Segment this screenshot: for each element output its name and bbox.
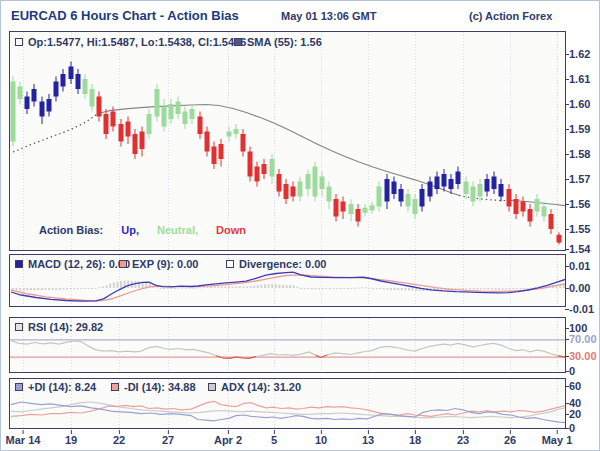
chart-page: EURCAD 6 Hours Chart - Action Bias May 0… <box>0 0 600 451</box>
candle-body <box>507 189 512 207</box>
candle-body <box>162 107 167 127</box>
sma-legend: SMA (55): 1.56 <box>234 36 322 48</box>
candle-body <box>464 182 469 195</box>
price-axis-label: 1.55 <box>569 224 590 235</box>
macd-legend-label: MACD (12, 26): 0.00 <box>28 258 130 270</box>
candle-body <box>356 209 361 222</box>
candle-body <box>557 235 562 243</box>
candle-body <box>140 132 145 150</box>
candle-body <box>25 97 30 110</box>
action-bias-up: Up, <box>121 224 139 236</box>
plus-di-line <box>11 402 566 423</box>
macd-axis-label: 0.00 <box>569 283 590 294</box>
date-axis-label: 13 <box>362 435 374 446</box>
candle-body <box>514 199 519 214</box>
rsi-axis-label: 0 <box>569 366 575 377</box>
date-axis-label: 26 <box>504 435 516 446</box>
action-bias-down: Down <box>216 224 246 236</box>
candle-body <box>370 205 375 210</box>
candle-body <box>47 99 52 112</box>
macd-line <box>11 272 566 301</box>
candle-body <box>442 174 447 187</box>
main-chart-svg <box>9 31 566 251</box>
date-axis-label: May 1 <box>542 435 573 446</box>
candle-body <box>320 177 325 190</box>
rsi-legend-label: RSI (14): 29.82 <box>28 321 103 333</box>
candle-body <box>313 167 318 197</box>
adx-legend-swatch <box>208 383 216 391</box>
plus-di-legend: +DI (14): 8.24 <box>15 381 96 393</box>
candle-body <box>549 214 554 229</box>
adx-legend: ADX (14): 31.20 <box>208 381 301 393</box>
page-title: EURCAD 6 Hours Chart - Action Bias <box>11 8 239 23</box>
candle-body <box>413 199 418 214</box>
candle-body <box>126 122 131 137</box>
candle-body <box>535 199 540 212</box>
candle-body <box>306 174 311 189</box>
ohlc-legend-swatch <box>15 38 23 46</box>
exp-legend-swatch <box>119 260 127 268</box>
candle-body <box>456 172 461 185</box>
candle-body <box>406 194 411 207</box>
exp-legend: EXP (9): 0.00 <box>119 258 198 270</box>
candle-body <box>219 144 224 159</box>
action-bias-label: Action Bias: <box>39 224 103 236</box>
rsi-axis-label-overbought: 70.00 <box>569 334 597 345</box>
minus-di-legend-swatch <box>111 383 119 391</box>
price-axis-label: 1.58 <box>569 149 590 160</box>
candle-body <box>234 129 239 134</box>
candle-body <box>492 177 497 190</box>
candle-body <box>542 207 547 217</box>
divergence-legend-label: Divergence: 0.00 <box>239 258 326 270</box>
candle-body <box>363 208 368 213</box>
macd-legend-swatch <box>15 260 23 268</box>
candle-body <box>327 187 332 202</box>
action-bias-row: Action Bias: Up, Neutral, Down <box>39 224 261 236</box>
divergence-histogram <box>12 281 565 292</box>
candle-body <box>385 179 390 202</box>
candle-body <box>291 187 296 197</box>
minus-di-legend: -DI (14): 34.88 <box>111 381 196 393</box>
candle-body <box>248 152 253 177</box>
ohlc-legend-label: Op:1.5477, Hi:1.5487, Lo:1.5438, Cl:1.54… <box>28 36 246 48</box>
candle-body <box>40 102 45 117</box>
candle-body <box>478 184 483 197</box>
rsi-legend: RSI (14): 29.82 <box>15 321 103 333</box>
macd-axis-label: 0.01 <box>569 261 590 272</box>
candle-body <box>334 199 339 217</box>
candle-body <box>499 184 504 197</box>
price-axis-label: 1.56 <box>569 199 590 210</box>
candle-body <box>176 102 181 115</box>
price-axis-label: 1.62 <box>569 49 590 60</box>
vertical-gridlines <box>24 318 558 372</box>
candle-body <box>528 209 533 222</box>
candle-body <box>341 202 346 212</box>
plus-di-legend-label: +DI (14): 8.24 <box>28 381 96 393</box>
candle-body <box>435 177 440 190</box>
price-axis-label: 1.57 <box>569 174 590 185</box>
date-axis-label: 19 <box>65 435 77 446</box>
price-axis-label: 1.61 <box>569 74 590 85</box>
exp9-line <box>11 275 566 301</box>
dmi-axis-label: 0 <box>569 423 575 434</box>
action-bias-neutral: Neutral, <box>157 224 198 236</box>
candle-body <box>471 187 476 202</box>
adx-legend-label: ADX (14): 31.20 <box>221 381 301 393</box>
candle-body <box>54 82 59 97</box>
dmi-axis-label: 20 <box>569 409 581 420</box>
candle-body <box>32 89 37 102</box>
date-axis-label: 22 <box>113 435 125 446</box>
candle-body <box>18 87 23 100</box>
price-axis-label: 1.59 <box>569 124 590 135</box>
divergence-legend-swatch <box>226 260 234 268</box>
timestamp: May 01 13:06 GMT <box>281 10 376 22</box>
date-axis-label: 27 <box>162 435 174 446</box>
sma55-line-dotted <box>13 114 98 153</box>
rsi-axis-label-oversold: 30.00 <box>569 351 597 362</box>
candle-body <box>449 179 454 189</box>
copyright: (c) Action Forex <box>469 10 552 22</box>
candle-body <box>169 104 174 119</box>
candle-body <box>11 82 16 142</box>
candle-body <box>198 117 203 135</box>
date-axis-label: 23 <box>457 435 469 446</box>
